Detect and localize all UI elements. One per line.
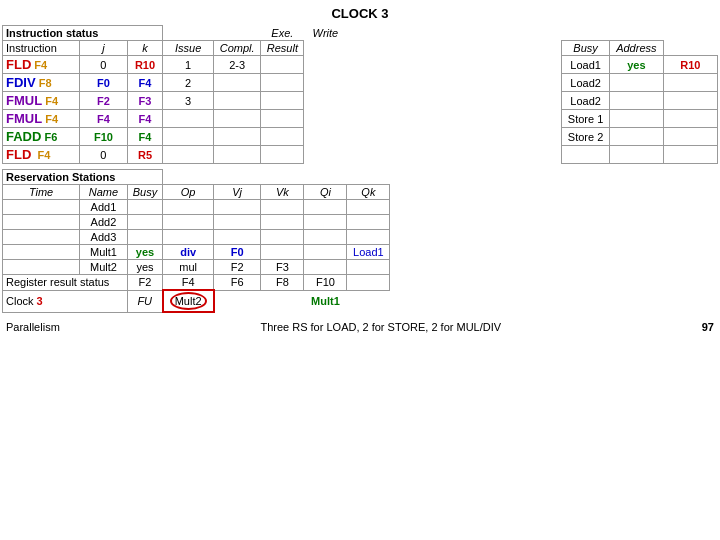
rs-col-vj: Vj: [214, 185, 261, 200]
instr-j: F4: [80, 110, 128, 128]
instr-load: [562, 146, 610, 164]
page-wrapper: CLOCK 3 Instruction status Exe. Write: [0, 0, 720, 333]
main-table: Instruction status Exe. Write Instructio…: [2, 25, 718, 313]
instr-issue: 3: [163, 92, 214, 110]
instr-k: F4: [127, 128, 163, 146]
instr-name: FMUL F4: [3, 92, 80, 110]
instr-j: F2: [80, 92, 128, 110]
clock-row: Clock 3 FU Mult2 Mult1: [3, 290, 718, 312]
instr-addr: [663, 92, 717, 110]
instr-addr: [663, 110, 717, 128]
clock-label: Clock: [6, 295, 34, 307]
instr-j: F0: [80, 74, 128, 92]
instr-k: R5: [127, 146, 163, 164]
instr-result: [261, 128, 304, 146]
mult2-circle: Mult2: [170, 292, 207, 310]
instr-compl: [214, 92, 261, 110]
instr-issue: [163, 146, 214, 164]
col-k: k: [127, 41, 163, 56]
instr-name: FLD F4: [3, 146, 80, 164]
col-j: j: [80, 41, 128, 56]
instr-result: [261, 146, 304, 164]
instr-issue: [163, 128, 214, 146]
rs-col-time: Time: [3, 185, 80, 200]
mult2-value: Mult2: [170, 295, 207, 307]
instr-issue: 1: [163, 56, 214, 74]
instr-load: Load1: [562, 56, 610, 74]
instr-busy-yes: [610, 146, 664, 164]
table-row: Add3: [3, 230, 718, 245]
write-header: Write: [304, 26, 347, 41]
instr-addr: [663, 146, 717, 164]
instruction-status-label: Instruction status: [3, 26, 163, 41]
instr-load: Load2: [562, 74, 610, 92]
instr-k: R10: [127, 56, 163, 74]
exe-header: Exe.: [261, 26, 304, 41]
mult1-value: Mult1: [304, 290, 347, 312]
table-row: FLD F4 0 R10 1 2-3 Load1 yes R10: [3, 56, 718, 74]
instr-j: 0: [80, 56, 128, 74]
rs-header-row: Reservation Stations: [3, 170, 718, 185]
instr-k: F3: [127, 92, 163, 110]
instr-compl: [214, 110, 261, 128]
table-row: FDIV F8 F0 F4 2 Load2: [3, 74, 718, 92]
col-busy: Busy: [562, 41, 610, 56]
rs-col-op: Op: [163, 185, 214, 200]
instr-busy-yes: [610, 128, 664, 146]
table-row: FMUL F4 F4 F4 Store 1: [3, 110, 718, 128]
instr-name: FADD F6: [3, 128, 80, 146]
footer-left: Parallelism: [6, 321, 60, 333]
instr-j: F10: [80, 128, 128, 146]
instr-issue: 2: [163, 74, 214, 92]
table-row: Add2: [3, 215, 718, 230]
table-row: Mult2 yes mul F2 F3: [3, 260, 718, 275]
instr-addr: R10: [663, 56, 717, 74]
instr-k: F4: [127, 74, 163, 92]
rs-col-busy: Busy: [127, 185, 163, 200]
instr-result: [261, 74, 304, 92]
instr-result: [261, 110, 304, 128]
instr-status-header-row: Instruction status Exe. Write: [3, 26, 718, 41]
rs-col-qk: Qk: [347, 185, 390, 200]
col-issue: Issue: [163, 41, 214, 56]
col-compl: Compl.: [214, 41, 261, 56]
instr-name: FDIV F8: [3, 74, 80, 92]
table-row: FLD F4 0 R5: [3, 146, 718, 164]
instr-busy-yes: [610, 74, 664, 92]
instr-busy-yes: yes: [610, 56, 664, 74]
instr-result: [261, 56, 304, 74]
instr-addr: [663, 74, 717, 92]
col-result: Result: [261, 41, 304, 56]
instr-load: Store 1: [562, 110, 610, 128]
table-row: Mult1 yes div F0 Load1: [3, 245, 718, 260]
rs-col-qi: Qi: [304, 185, 347, 200]
table-row: Add1: [3, 200, 718, 215]
page-number: 97: [702, 321, 714, 333]
instr-name: FMUL F4: [3, 110, 80, 128]
instr-compl: [214, 128, 261, 146]
instr-compl: [214, 146, 261, 164]
col-address: Address: [610, 41, 664, 56]
instr-compl: 2-3: [214, 56, 261, 74]
register-result-status-row: Register result status F2 F4 F6 F8 F10: [3, 275, 718, 291]
table-row: FADD F6 F10 F4 Store 2: [3, 128, 718, 146]
instr-j: 0: [80, 146, 128, 164]
rs-label: Reservation Stations: [3, 170, 163, 185]
rs-col-vk: Vk: [261, 185, 304, 200]
instr-busy-yes: [610, 92, 664, 110]
instr-load: Store 2: [562, 128, 610, 146]
instr-name: FLD F4: [3, 56, 80, 74]
instr-load: Load2: [562, 92, 610, 110]
col-instruction: Instruction: [3, 41, 80, 56]
footer: Parallelism Three RS for LOAD, 2 for STO…: [2, 317, 718, 333]
instr-k: F4: [127, 110, 163, 128]
instr-result: [261, 92, 304, 110]
footer-right: Three RS for LOAD, 2 for STORE, 2 for MU…: [260, 321, 501, 333]
table-row: FMUL F4 F2 F3 3 Load2: [3, 92, 718, 110]
fu-label: FU: [127, 290, 163, 312]
rs-col-name: Name: [80, 185, 128, 200]
instr-issue: [163, 110, 214, 128]
instr-addr: [663, 128, 717, 146]
instr-busy-yes: [610, 110, 664, 128]
instr-col-header-row: Instruction j k Issue Compl. Result Busy…: [3, 41, 718, 56]
